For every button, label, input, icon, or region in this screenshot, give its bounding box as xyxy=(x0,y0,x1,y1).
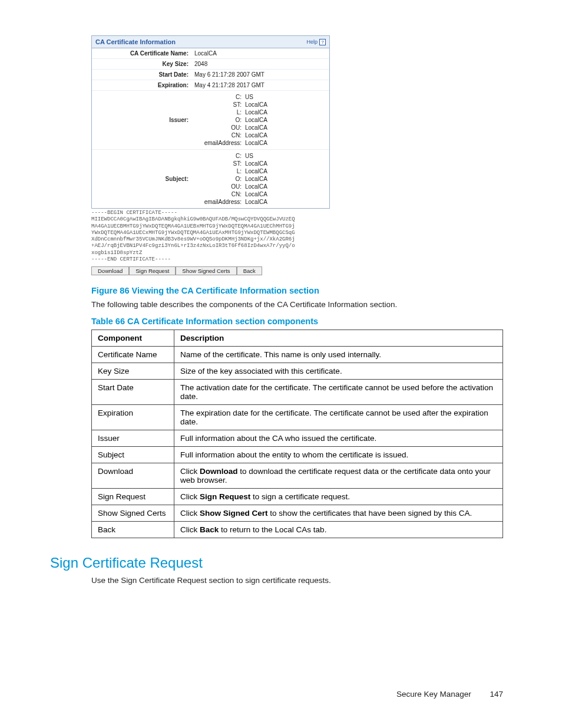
field-value-keysize: 2048 xyxy=(192,59,210,69)
table-cell-description: Size of the key associated with this cer… xyxy=(174,363,503,379)
table-row: Start DateThe activation date for the ce… xyxy=(92,379,503,404)
issuer-cn-value: LocalCA xyxy=(245,132,267,139)
table-row: Certificate NameName of the certificate.… xyxy=(92,346,503,363)
table-cell-description: Click Download to download the certifica… xyxy=(174,463,503,488)
table-row: IssuerFull information about the CA who … xyxy=(92,430,503,446)
issuer-l-label: L: xyxy=(192,109,245,116)
footer-page-number: 147 xyxy=(490,690,503,699)
table-cell-component: Certificate Name xyxy=(92,346,174,363)
issuer-o-value: LocalCA xyxy=(245,117,267,123)
issuer-label: Issuer: xyxy=(92,115,192,125)
field-value-start: May 6 21:17:28 2007 GMT xyxy=(192,70,267,80)
issuer-email-label: emailAddress: xyxy=(192,140,245,146)
table-cell-description: Click Sign Request to sign a certificate… xyxy=(174,488,503,505)
table-cell-description: Name of the certificate. This name is on… xyxy=(174,346,503,363)
subject-email-value: LocalCA xyxy=(245,199,267,205)
table-caption: Table 66 CA Certificate Information sect… xyxy=(91,317,503,326)
table-cell-component: Show Signed Certs xyxy=(92,505,174,521)
section-heading-sign-cert-request: Sign Certificate Request xyxy=(50,555,503,571)
subject-l-value: LocalCA xyxy=(245,168,267,174)
figure-caption: Figure 86 Viewing the CA Certificate Inf… xyxy=(91,286,503,295)
subject-o-label: O: xyxy=(192,176,245,182)
subject-c-value: US xyxy=(245,153,253,159)
issuer-st-label: ST: xyxy=(192,101,245,108)
panel-title: CA Certificate Information xyxy=(95,38,176,45)
issuer-l-value: LocalCA xyxy=(245,109,267,116)
back-button[interactable]: Back xyxy=(237,266,262,275)
issuer-cn-label: CN: xyxy=(192,132,245,139)
issuer-c-value: US xyxy=(245,94,253,100)
issuer-st-value: LocalCA xyxy=(245,101,267,108)
table-cell-component: Start Date xyxy=(92,379,174,404)
issuer-ou-label: OU: xyxy=(192,124,245,131)
field-label-name: CA Certificate Name: xyxy=(92,48,192,58)
subject-l-label: L: xyxy=(192,168,245,174)
subject-email-label: emailAddress: xyxy=(192,199,245,205)
table-cell-component: Issuer xyxy=(92,430,174,446)
table-row: Sign RequestClick Sign Request to sign a… xyxy=(92,488,503,505)
subject-c-label: C: xyxy=(192,153,245,159)
subject-ou-value: LocalCA xyxy=(245,183,267,190)
help-label: Help xyxy=(306,39,318,45)
field-value-name: LocalCA xyxy=(192,48,219,58)
table-head-component: Component xyxy=(92,330,174,346)
sign-request-button[interactable]: Sign Request xyxy=(129,266,176,275)
table-cell-component: Subject xyxy=(92,446,174,463)
panel-header: CA Certificate Information Help ? xyxy=(92,36,329,48)
table-row: DownloadClick Download to download the c… xyxy=(92,463,503,488)
help-icon: ? xyxy=(319,39,326,45)
subject-label: Subject: xyxy=(92,174,192,184)
footer-title: Secure Key Manager xyxy=(396,690,471,699)
certificate-pem-text: -----BEGIN CERTIFICATE----- MIIEWDCCA0Cg… xyxy=(91,210,503,263)
section-text: Use the Sign Certificate Request section… xyxy=(91,575,503,587)
table-cell-description: The activation date for the certificate.… xyxy=(174,379,503,404)
field-value-exp: May 4 21:17:28 2017 GMT xyxy=(192,80,267,90)
issuer-block: C:US ST:LocalCA L:LocalCA O:LocalCA OU:L… xyxy=(192,91,329,149)
components-table: Component Description Certificate NameNa… xyxy=(91,330,503,538)
table-cell-component: Key Size xyxy=(92,363,174,379)
help-link[interactable]: Help ? xyxy=(306,39,326,45)
subject-ou-label: OU: xyxy=(192,183,245,190)
issuer-c-label: C: xyxy=(192,94,245,100)
table-cell-description: Full information about the entity to who… xyxy=(174,446,503,463)
table-cell-description: Click Show Signed Cert to show the certi… xyxy=(174,505,503,521)
table-row: Show Signed CertsClick Show Signed Cert … xyxy=(92,505,503,521)
table-row: Key SizeSize of the key associated with … xyxy=(92,363,503,379)
subject-st-label: ST: xyxy=(192,160,245,167)
ca-cert-info-panel: CA Certificate Information Help ? CA Cer… xyxy=(91,35,330,209)
table-cell-component: Sign Request xyxy=(92,488,174,505)
issuer-email-value: LocalCA xyxy=(245,140,267,146)
issuer-ou-value: LocalCA xyxy=(245,124,267,131)
field-label-keysize: Key Size: xyxy=(92,59,192,69)
subject-cn-label: CN: xyxy=(192,191,245,197)
field-label-start: Start Date: xyxy=(92,70,192,80)
field-label-exp: Expiration: xyxy=(92,80,192,90)
table-cell-description: Click Back to return to the Local CAs ta… xyxy=(174,521,503,538)
issuer-o-label: O: xyxy=(192,117,245,123)
table-cell-component: Download xyxy=(92,463,174,488)
table-cell-component: Back xyxy=(92,521,174,538)
table-row: BackClick Back to return to the Local CA… xyxy=(92,521,503,538)
table-cell-description: The expiration date for the certificate.… xyxy=(174,404,503,430)
subject-st-value: LocalCA xyxy=(245,160,267,167)
table-row: SubjectFull information about the entity… xyxy=(92,446,503,463)
subject-o-value: LocalCA xyxy=(245,176,267,182)
page-footer: Secure Key Manager 147 xyxy=(396,690,503,699)
download-button[interactable]: Download xyxy=(91,266,129,275)
subject-block: C:US ST:LocalCA L:LocalCA O:LocalCA OU:L… xyxy=(192,150,329,208)
show-signed-certs-button[interactable]: Show Signed Certs xyxy=(176,266,236,275)
intro-text: The following table describes the compon… xyxy=(91,299,503,311)
table-row: ExpirationThe expiration date for the ce… xyxy=(92,404,503,430)
table-cell-description: Full information about the CA who issued… xyxy=(174,430,503,446)
subject-cn-value: LocalCA xyxy=(245,191,267,197)
table-head-description: Description xyxy=(174,330,503,346)
table-cell-component: Expiration xyxy=(92,404,174,430)
